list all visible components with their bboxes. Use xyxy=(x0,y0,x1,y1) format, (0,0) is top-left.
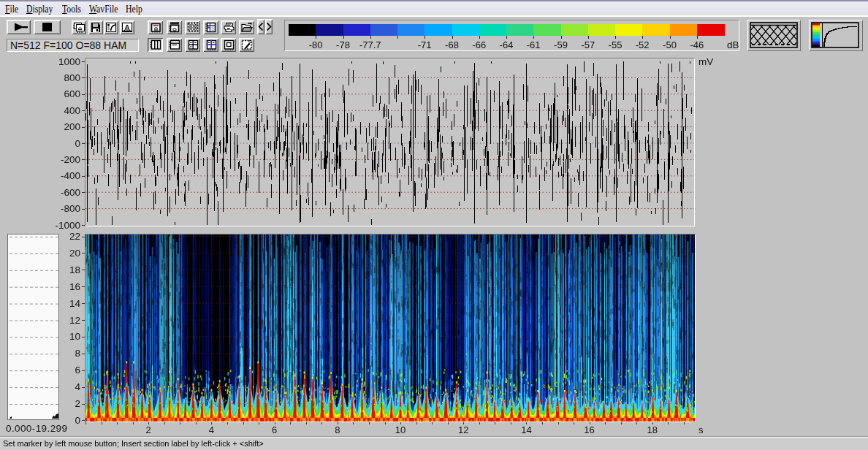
svg-text:s: s xyxy=(211,24,216,32)
